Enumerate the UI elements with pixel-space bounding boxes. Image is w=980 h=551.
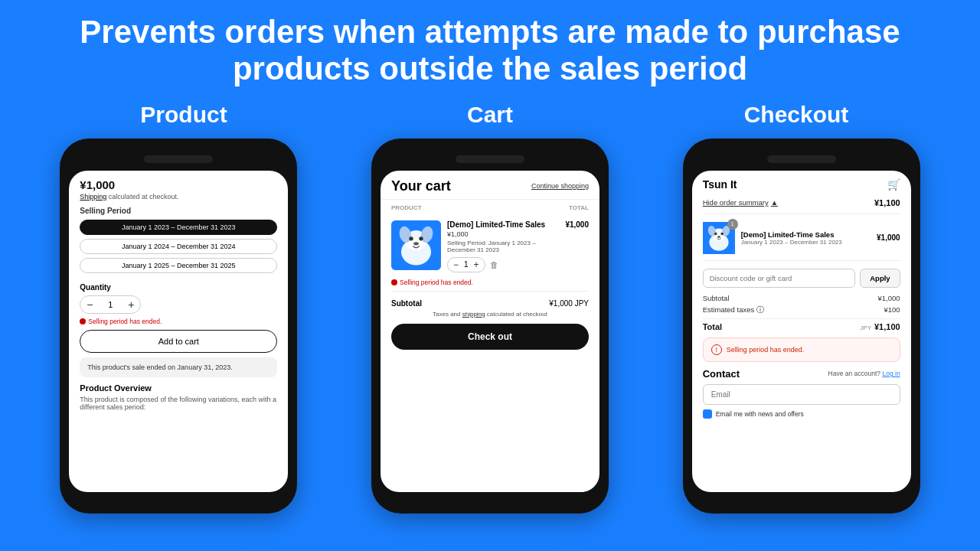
cart-subtotal-row: Subtotal ¥1,000 JPY xyxy=(381,292,599,311)
cart-qty-decrease[interactable]: − xyxy=(453,259,459,270)
optin-checkbox[interactable] xyxy=(703,409,712,419)
cart-title: Your cart xyxy=(391,178,451,194)
store-name: Tsun It xyxy=(703,178,737,191)
shipping-link[interactable]: Shipping xyxy=(80,193,106,201)
quantity-value: 1 xyxy=(108,300,113,309)
cart-item: [Demo] Limited-Time Sales ¥1,000 Selling… xyxy=(381,214,599,279)
order-summary-row: Hide order summary ▲ ¥1,100 xyxy=(703,198,900,214)
cart-item-quantity: − 1 + 🗑 xyxy=(447,257,559,272)
email-optin-row: Email me with news and offers xyxy=(703,409,900,419)
subtotal-value: ¥1,000 xyxy=(878,294,900,302)
contact-title: Contact xyxy=(703,368,740,380)
remove-item-icon[interactable]: 🗑 xyxy=(490,260,498,269)
headline: Prevents orders when attempts are made t… xyxy=(0,0,980,96)
selling-period-error-box: ! Selling period has ended. xyxy=(703,337,900,362)
item-badge: 1 xyxy=(727,219,738,230)
subtotal-label: Subtotal xyxy=(703,294,730,302)
product-screen: ¥1,000 Shipping calculated at checkout. … xyxy=(69,171,288,492)
cart-tax-note: Taxes and shipping calculated at checkou… xyxy=(381,311,599,324)
period-option-3[interactable]: January 1 2025 – December 31 2025 xyxy=(80,258,277,273)
column-labels: Product Cart Checkout xyxy=(0,96,980,139)
error-circle-icon: ! xyxy=(711,344,722,355)
label-product: Product xyxy=(32,102,335,128)
cart-topbar: Your cart Continue shopping xyxy=(381,171,599,200)
product-shipping: Shipping calculated at checkout. xyxy=(80,193,277,201)
totals-section: Subtotal ¥1,000 Estimated taxes ⓘ ¥100 T… xyxy=(703,294,900,331)
total-row: Total JPY ¥1,100 xyxy=(703,318,900,331)
email-input[interactable] xyxy=(703,384,900,405)
label-checkout: Checkout xyxy=(645,102,948,128)
discount-row: Apply xyxy=(703,269,900,288)
shipping-link[interactable]: shipping xyxy=(462,311,485,318)
subtotal-value: ¥1,000 JPY xyxy=(549,299,589,308)
order-item-name: [Demo] Limited-Time Sales xyxy=(741,230,871,239)
order-item-row: 1 [Demo] Limited-Time Sales January 1 20… xyxy=(703,222,900,261)
error-dot-icon xyxy=(80,318,86,324)
cart-item-name: [Demo] Limited-Time Sales xyxy=(447,220,559,229)
selling-period-label: Selling Period xyxy=(80,207,277,215)
cart-error-dot-icon xyxy=(391,279,397,285)
order-item-price: ¥1,000 xyxy=(877,233,900,242)
discount-code-input[interactable] xyxy=(703,269,856,288)
cart-columns: PRODUCT TOTAL xyxy=(381,200,599,214)
taxes-label: Estimated taxes ⓘ xyxy=(703,305,764,315)
total-label: Total xyxy=(703,322,722,331)
cart-screen: Your cart Continue shopping PRODUCT TOTA… xyxy=(381,171,599,492)
cart-error-msg: Selling period has ended. xyxy=(381,279,599,291)
product-error-msg: Selling period has ended. xyxy=(80,318,277,325)
period-option-2[interactable]: January 1 2024 – December 31 2024 xyxy=(80,239,277,254)
phone-product: ¥1,000 Shipping calculated at checkout. … xyxy=(60,139,297,514)
sale-ended-box: This product's sale ended on January 31,… xyxy=(80,357,277,377)
total-currency: JPY xyxy=(860,324,871,331)
checkout-screen: Tsun It 🛒 Hide order summary ▲ ¥1,100 xyxy=(692,171,911,492)
order-item-image: 1 xyxy=(703,222,735,254)
subtotal-row: Subtotal ¥1,000 xyxy=(703,294,900,302)
log-in-link[interactable]: Log in xyxy=(882,370,900,377)
order-item-info: [Demo] Limited-Time Sales January 1 2023… xyxy=(741,230,871,246)
col-total: TOTAL xyxy=(569,204,589,211)
page-wrapper: Prevents orders when attempts are made t… xyxy=(0,0,980,514)
hide-summary-button[interactable]: Hide order summary ▲ xyxy=(703,198,778,207)
phone-cart: Your cart Continue shopping PRODUCT TOTA… xyxy=(371,139,609,514)
cart-item-total: ¥1,000 xyxy=(565,220,589,272)
checkout-topbar: Tsun It 🛒 xyxy=(703,178,900,191)
col-product: PRODUCT xyxy=(391,204,422,211)
apply-button[interactable]: Apply xyxy=(860,269,900,288)
cart-item-period: Selling Period: January 1 2023 – Decembe… xyxy=(447,240,559,253)
quantity-control: − 1 + xyxy=(80,295,141,314)
total-right: JPY ¥1,100 xyxy=(860,322,900,331)
contact-header: Contact Have an account? Log in xyxy=(703,368,900,380)
checkout-cart-icon: 🛒 xyxy=(887,178,900,191)
order-total-top: ¥1,100 xyxy=(874,198,900,207)
subtotal-label: Subtotal xyxy=(391,299,422,308)
taxes-value: ¥100 xyxy=(884,305,900,315)
product-price: ¥1,000 xyxy=(80,178,277,191)
cart-item-image xyxy=(391,220,441,270)
quantity-increase[interactable]: + xyxy=(128,298,134,311)
cart-qty-control: − 1 + xyxy=(447,257,485,272)
checkout-button[interactable]: Check out xyxy=(391,324,589,350)
cart-item-info: [Demo] Limited-Time Sales ¥1,000 Selling… xyxy=(447,220,559,272)
quantity-label: Quantity xyxy=(80,283,277,292)
product-overview-text: This product is composed of the followin… xyxy=(80,396,277,411)
period-option-1[interactable]: January 1 2023 – December 31 2023 xyxy=(80,220,277,235)
product-overview-title: Product Overview xyxy=(80,383,277,393)
have-account-text: Have an account? Log in xyxy=(828,370,900,377)
phone-checkout: Tsun It 🛒 Hide order summary ▲ ¥1,100 xyxy=(683,139,920,514)
cart-item-price: ¥1,000 xyxy=(447,230,559,238)
add-to-cart-button[interactable]: Add to cart xyxy=(80,330,277,353)
total-value: ¥1,100 xyxy=(874,322,900,331)
quantity-decrease[interactable]: − xyxy=(87,298,93,311)
taxes-row: Estimated taxes ⓘ ¥100 xyxy=(703,305,900,315)
contact-section: Contact Have an account? Log in Email me… xyxy=(703,368,900,419)
order-item-period: January 1 2023 – December 31 2023 xyxy=(741,239,871,246)
cart-qty-value: 1 xyxy=(464,260,469,269)
optin-label: Email me with news and offers xyxy=(716,410,804,418)
label-cart: Cart xyxy=(338,102,642,128)
phones-row: ¥1,000 Shipping calculated at checkout. … xyxy=(0,139,980,514)
continue-shopping-link[interactable]: Continue shopping xyxy=(531,182,589,190)
cart-qty-increase[interactable]: + xyxy=(474,259,479,270)
